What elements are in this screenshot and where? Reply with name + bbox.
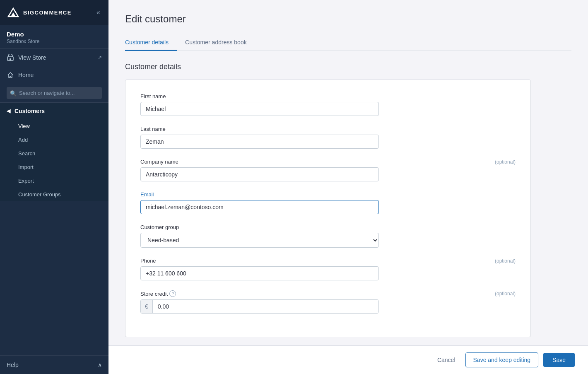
store-credit-optional: (optional) bbox=[495, 291, 516, 297]
email-input[interactable] bbox=[140, 200, 379, 214]
store-credit-label: Store credit bbox=[140, 291, 168, 297]
company-name-input[interactable] bbox=[140, 167, 379, 181]
tab-customer-details[interactable]: Customer details bbox=[125, 35, 177, 51]
email-label: Email bbox=[140, 191, 154, 198]
section-title: Customer details bbox=[125, 63, 571, 71]
sidebar-item-view-store[interactable]: View Store ↗ bbox=[0, 49, 108, 66]
store-credit-input-row: € bbox=[140, 299, 379, 314]
sidebar-logo-text: BIGCOMMERCE bbox=[23, 10, 72, 16]
subnav-item-customer-groups[interactable]: Customer Groups bbox=[0, 188, 108, 201]
home-icon bbox=[7, 71, 14, 79]
external-link-icon: ↗ bbox=[98, 55, 102, 60]
customer-group-label: Customer group bbox=[140, 224, 179, 230]
subnav-item-search[interactable]: Search bbox=[0, 147, 108, 160]
page-title: Edit customer bbox=[125, 13, 571, 25]
subnav-item-import[interactable]: Import bbox=[0, 160, 108, 174]
first-name-input[interactable] bbox=[140, 102, 379, 116]
form-card: First name Last name Company name (optio… bbox=[125, 80, 531, 337]
sidebar-item-view-store-label: View Store bbox=[18, 54, 46, 61]
subnav-item-view[interactable]: View bbox=[0, 119, 108, 133]
svg-rect-3 bbox=[10, 58, 11, 60]
customers-section-label: Customers bbox=[14, 108, 45, 114]
sidebar-item-home-label: Home bbox=[18, 72, 34, 78]
sidebar-store-subtitle: Sandbox Store bbox=[7, 39, 102, 44]
tab-customer-address-book[interactable]: Customer address book bbox=[185, 35, 255, 51]
help-label: Help bbox=[7, 362, 19, 368]
last-name-label: Last name bbox=[140, 126, 166, 132]
phone-optional: (optional) bbox=[495, 258, 516, 264]
customers-section-header[interactable]: ◀ Customers bbox=[0, 103, 108, 119]
form-group-customer-group: Customer group Need-based Retail Wholesa… bbox=[140, 224, 516, 248]
form-group-phone: Phone (optional) bbox=[140, 258, 516, 280]
sidebar-store-name: Demo bbox=[7, 31, 102, 38]
sidebar-search-input[interactable] bbox=[7, 87, 102, 99]
bigcommerce-logo-icon bbox=[7, 6, 20, 19]
first-name-label: First name bbox=[140, 93, 166, 99]
form-group-first-name: First name bbox=[140, 93, 516, 116]
sidebar-search-bar: 🔍 bbox=[0, 84, 108, 103]
company-name-optional: (optional) bbox=[495, 159, 516, 165]
footer-actions: Cancel Save and keep editing Save bbox=[108, 345, 588, 374]
tabs-bar: Customer details Customer address book bbox=[125, 35, 571, 51]
chevron-up-icon: ∧ bbox=[98, 362, 102, 368]
sidebar-item-home[interactable]: Home bbox=[0, 66, 108, 84]
last-name-input[interactable] bbox=[140, 135, 379, 149]
sidebar-collapse-button[interactable]: « bbox=[95, 7, 102, 18]
sidebar-logo: BIGCOMMERCE bbox=[7, 6, 72, 19]
sidebar-header: BIGCOMMERCE « bbox=[0, 0, 108, 25]
main-content: Edit customer Customer details Customer … bbox=[108, 0, 588, 374]
customers-subnav: View Add Search Import Export Customer G… bbox=[0, 119, 108, 201]
save-button[interactable]: Save bbox=[543, 353, 575, 367]
sidebar-footer-help[interactable]: Help ∧ bbox=[0, 355, 108, 374]
save-and-keep-editing-button[interactable]: Save and keep editing bbox=[465, 352, 539, 367]
customer-group-select[interactable]: Need-based Retail Wholesale VIP bbox=[140, 233, 379, 248]
form-group-email: Email bbox=[140, 191, 516, 214]
page-content: Edit customer Customer details Customer … bbox=[108, 0, 588, 374]
store-credit-prefix: € bbox=[141, 300, 153, 313]
sidebar-store-info: Demo Sandbox Store bbox=[0, 25, 108, 49]
cancel-button[interactable]: Cancel bbox=[432, 353, 460, 367]
phone-input[interactable] bbox=[140, 266, 379, 280]
subnav-item-export[interactable]: Export bbox=[0, 174, 108, 188]
form-group-store-credit: Store credit ? (optional) € bbox=[140, 290, 516, 314]
svg-marker-1 bbox=[11, 12, 16, 17]
sidebar-search-icon: 🔍 bbox=[10, 90, 17, 96]
phone-label: Phone bbox=[140, 258, 156, 264]
store-credit-help-icon[interactable]: ? bbox=[169, 290, 176, 297]
store-icon bbox=[7, 54, 14, 61]
form-group-company-name: Company name (optional) bbox=[140, 159, 516, 181]
store-credit-input[interactable] bbox=[153, 300, 378, 313]
form-group-last-name: Last name bbox=[140, 126, 516, 149]
sidebar: BIGCOMMERCE « Demo Sandbox Store View St… bbox=[0, 0, 108, 374]
subnav-item-add[interactable]: Add bbox=[0, 133, 108, 147]
customers-section: ◀ Customers View Add Search Import Expor… bbox=[0, 103, 108, 201]
chevron-left-icon: ◀ bbox=[7, 108, 10, 114]
company-name-label: Company name bbox=[140, 159, 178, 165]
